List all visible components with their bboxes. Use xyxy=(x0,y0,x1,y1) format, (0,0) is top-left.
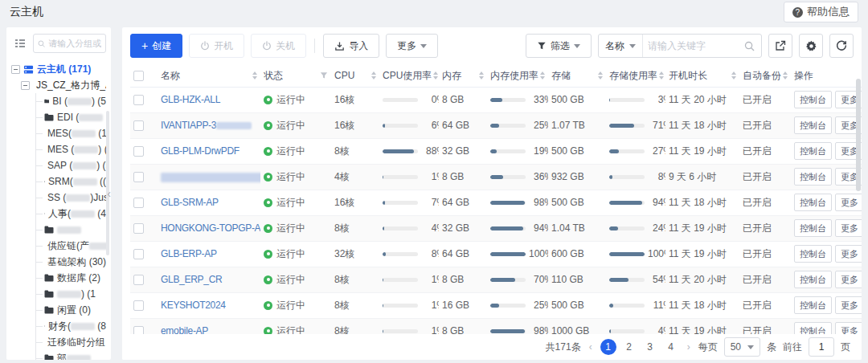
console-button[interactable]: 控制台 xyxy=(794,168,832,186)
collapse-node-icon[interactable] xyxy=(11,65,20,74)
keyword-search-input[interactable] xyxy=(643,40,738,51)
sort-icon[interactable] xyxy=(731,71,736,80)
tree-node-group[interactable]: 基础架构 (30) xyxy=(36,254,106,270)
column-header-backup[interactable]: 自动备份 xyxy=(739,65,791,87)
column-header-storage_usage[interactable]: 存储使用率 xyxy=(606,65,665,87)
group-search-box[interactable] xyxy=(33,34,106,53)
settings-button[interactable] xyxy=(799,34,823,58)
next-page-button[interactable]: › xyxy=(686,341,692,353)
tree-node-group[interactable]: 数据库 (2) xyxy=(36,270,106,286)
power-on-button[interactable]: 开机 xyxy=(189,34,244,58)
row-checkbox[interactable] xyxy=(133,146,144,157)
filter-icon[interactable] xyxy=(320,71,328,80)
select-all-checkbox[interactable] xyxy=(133,71,144,81)
tree-node-group[interactable]: BI () (5 xyxy=(36,93,106,109)
search-icon[interactable] xyxy=(738,41,761,51)
tree-node-group[interactable]: SAP () (5 xyxy=(36,157,106,173)
console-button[interactable]: 控制台 xyxy=(794,296,832,314)
row-more-button[interactable]: 更多 xyxy=(835,194,862,211)
sort-icon[interactable] xyxy=(598,71,603,80)
sort-icon[interactable] xyxy=(479,71,484,80)
row-checkbox[interactable] xyxy=(133,120,144,131)
sort-icon[interactable] xyxy=(371,71,376,80)
sort-icon[interactable] xyxy=(433,71,438,80)
collapse-node-icon[interactable] xyxy=(21,81,30,90)
tree-node-cloud-hosts[interactable]: 云主机 (171) xyxy=(11,61,106,77)
page-size-select[interactable]: 50 xyxy=(724,337,760,357)
vm-name-link[interactable]: GLB_ERP_CR xyxy=(161,274,222,285)
console-button[interactable]: 控制台 xyxy=(794,116,832,134)
tree-node-group[interactable] xyxy=(36,222,106,238)
tree-node-group[interactable]: SS ()Justi xyxy=(36,190,106,206)
console-button[interactable]: 控制台 xyxy=(794,219,832,237)
column-header-uptime[interactable]: 开机时长 xyxy=(665,65,739,87)
tree-node-group[interactable]: ) (1 xyxy=(36,286,106,302)
create-button[interactable]: + 创建 xyxy=(130,34,182,58)
row-checkbox[interactable] xyxy=(133,95,144,105)
column-header-mem[interactable]: 内存 xyxy=(439,65,487,87)
row-checkbox[interactable] xyxy=(133,275,144,285)
column-header-storage[interactable]: 存储 xyxy=(548,65,606,87)
column-header-mem_usage[interactable]: 内存使用率 xyxy=(487,65,548,87)
search-field-select[interactable]: 名称 xyxy=(599,35,643,57)
console-button[interactable]: 控制台 xyxy=(794,142,832,160)
help-button[interactable]: ? 帮助信息 xyxy=(784,2,858,22)
vm-name-link[interactable]: IVANTIAPP-3 xyxy=(161,120,216,131)
tree-node-group[interactable]: 财务( (8 xyxy=(36,318,106,334)
tree-node-group[interactable]: 迁移临时分组 ( xyxy=(36,334,106,350)
import-button[interactable]: 导入 xyxy=(323,34,379,58)
row-more-button[interactable]: 更多 xyxy=(835,296,862,314)
more-actions-button[interactable]: 更多 xyxy=(386,34,438,58)
vm-name-link[interactable]: GLB-HZK-ALL xyxy=(161,94,220,105)
tree-node-zone[interactable]: JS_CZ_格力博_AZ1 ( xyxy=(21,77,106,93)
prev-page-button[interactable]: ‹ xyxy=(588,341,594,353)
sidebar-scrollbar[interactable] xyxy=(106,111,109,255)
filter-button[interactable]: 筛选 xyxy=(526,34,592,58)
sort-icon[interactable] xyxy=(783,71,788,80)
vm-name-link[interactable]: GLB-SRM-AP xyxy=(161,197,219,208)
sort-icon[interactable] xyxy=(540,71,545,80)
row-more-button[interactable]: 更多 xyxy=(835,219,862,237)
group-list-icon[interactable] xyxy=(11,35,29,52)
sort-icon[interactable] xyxy=(659,71,664,80)
column-header-cpu[interactable]: CPU xyxy=(331,65,379,87)
vm-name-link[interactable]: GLB-ERP-AP xyxy=(161,248,217,259)
row-checkbox[interactable] xyxy=(133,198,144,208)
tree-node-group[interactable]: EDI ( xyxy=(36,109,106,125)
column-header-ops[interactable]: 操作 xyxy=(791,65,862,87)
column-header-cpu_usage[interactable]: CPU使用率 xyxy=(379,65,439,87)
page-number-2[interactable]: 2 xyxy=(621,339,637,355)
tree-node-group[interactable]: SRM( (( xyxy=(36,173,106,190)
tree-node-group[interactable]: MES () ( xyxy=(36,141,106,157)
goto-page-input[interactable] xyxy=(809,337,834,357)
console-button[interactable]: 控制台 xyxy=(794,194,832,211)
console-button[interactable]: 控制台 xyxy=(794,245,832,263)
row-more-button[interactable]: 更多 xyxy=(835,245,862,263)
vm-name-link[interactable]: HONGKONG-TOPGP-APDB xyxy=(161,222,260,234)
page-number-4[interactable]: 4 xyxy=(663,339,679,355)
tree-node-group[interactable]: 人事( (4 xyxy=(36,206,106,222)
console-button[interactable]: 控制台 xyxy=(794,91,832,108)
row-more-button[interactable]: 更多 xyxy=(835,271,862,288)
collapse-sidebar-handle[interactable]: ‹ xyxy=(107,188,111,199)
tree-node-group[interactable]: 部 xyxy=(36,350,106,360)
page-number-3[interactable]: 3 xyxy=(642,339,658,355)
console-button[interactable]: 控制台 xyxy=(794,271,832,288)
refresh-button[interactable] xyxy=(829,34,854,58)
sort-icon[interactable] xyxy=(252,71,257,80)
table-scrollbar[interactable] xyxy=(856,79,861,191)
tree-node-group[interactable]: 供应链(产 xyxy=(36,238,106,254)
row-checkbox[interactable] xyxy=(133,249,144,259)
power-off-button[interactable]: 关机 xyxy=(251,34,306,58)
vm-name-link[interactable]: KEYSHOT2024 xyxy=(161,300,226,311)
vm-name-link[interactable]: GLB-PLM-DrwPDF xyxy=(161,145,240,157)
row-checkbox[interactable] xyxy=(133,300,144,311)
column-header-status[interactable]: 状态 xyxy=(260,65,331,87)
export-button[interactable] xyxy=(768,34,792,58)
row-checkbox[interactable] xyxy=(133,172,144,182)
group-search-input[interactable] xyxy=(48,39,101,48)
row-checkbox[interactable] xyxy=(133,223,144,234)
page-number-1[interactable]: 1 xyxy=(600,339,616,355)
tree-node-group[interactable]: 闲置 (0) xyxy=(36,302,106,318)
tree-node-group[interactable]: MES( (1 xyxy=(36,125,106,141)
